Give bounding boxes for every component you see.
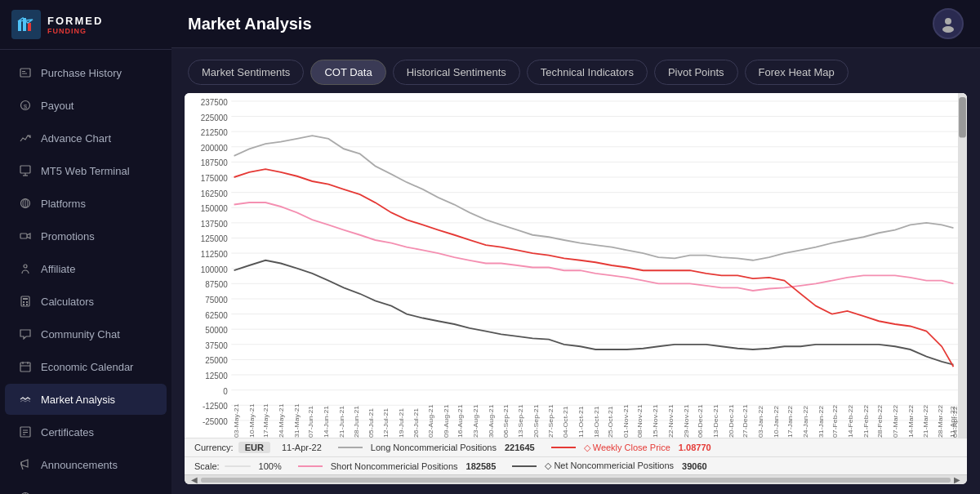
svg-text:31-May-21: 31-May-21 bbox=[293, 403, 300, 438]
scale-label: Scale: bbox=[194, 461, 220, 471]
svg-text:37500: 37500 bbox=[205, 340, 228, 350]
svg-text:24-Jan-22: 24-Jan-22 bbox=[803, 405, 809, 438]
sidebar: FORMED FUNDING Purchase History $ Payout… bbox=[0, 0, 172, 494]
currency-dropdown[interactable]: EUR bbox=[238, 442, 270, 453]
nav-label-community-chat: Community Chat bbox=[41, 328, 120, 340]
legend-net-value: 39060 bbox=[682, 461, 707, 471]
svg-text:19-Jul-21: 19-Jul-21 bbox=[398, 407, 404, 438]
nav-icon-promotions bbox=[18, 229, 33, 243]
sidebar-item-support[interactable]: Support bbox=[5, 482, 167, 494]
chart-footer-2: Scale: 100% Short Noncommericial Positio… bbox=[185, 456, 967, 474]
svg-text:-12500: -12500 bbox=[203, 401, 228, 412]
svg-text:07-Jun-21: 07-Jun-21 bbox=[308, 405, 314, 438]
scale-slider[interactable] bbox=[225, 465, 251, 467]
sidebar-nav: Purchase History $ Payout Advance Chart … bbox=[0, 50, 172, 494]
svg-text:02-Aug-21: 02-Aug-21 bbox=[427, 404, 434, 438]
svg-text:21-Jun-21: 21-Jun-21 bbox=[338, 405, 345, 438]
date-value: 11-Apr-22 bbox=[282, 443, 322, 452]
svg-text:14-Feb-22: 14-Feb-22 bbox=[848, 404, 854, 438]
svg-text:09-Aug-21: 09-Aug-21 bbox=[443, 404, 449, 438]
svg-point-43 bbox=[942, 26, 954, 33]
svg-text:14-Mar-22: 14-Mar-22 bbox=[907, 405, 914, 438]
svg-text:11-Apr-22: 11-Apr-22 bbox=[949, 406, 956, 438]
svg-text:17-May-21: 17-May-21 bbox=[263, 403, 270, 438]
scrollbar-track[interactable] bbox=[201, 478, 951, 483]
svg-text:23-Aug-21: 23-Aug-21 bbox=[472, 404, 479, 438]
svg-text:200000: 200000 bbox=[201, 142, 228, 153]
sidebar-item-promotions[interactable]: Promotions bbox=[5, 220, 167, 251]
svg-text:29-Nov-21: 29-Nov-21 bbox=[683, 404, 689, 438]
tab-market-sentiments[interactable]: Market Sentiments bbox=[188, 60, 304, 85]
logo-text: FORMED FUNDING bbox=[47, 15, 103, 35]
svg-text:62500: 62500 bbox=[205, 309, 228, 320]
sidebar-item-purchase-history[interactable]: Purchase History bbox=[5, 57, 167, 88]
nav-icon-advance-chart bbox=[18, 131, 33, 145]
logo: FORMED FUNDING bbox=[0, 0, 172, 50]
chart-container: 237500 225000 212500 200000 187500 17500… bbox=[185, 93, 967, 484]
chart-horizontal-scrollbar[interactable]: ◀ ▶ bbox=[185, 474, 967, 484]
avatar[interactable] bbox=[933, 8, 964, 39]
svg-text:15-Nov-21: 15-Nov-21 bbox=[653, 404, 659, 438]
svg-rect-44 bbox=[185, 93, 967, 438]
tab-forex-heat-map[interactable]: Forex Heat Map bbox=[745, 60, 849, 85]
svg-text:10-May-21: 10-May-21 bbox=[248, 403, 255, 438]
svg-text:75000: 75000 bbox=[205, 294, 228, 305]
svg-rect-6 bbox=[22, 73, 27, 74]
scroll-left-btn[interactable]: ◀ bbox=[188, 475, 201, 484]
nav-icon-purchase-history bbox=[18, 65, 33, 80]
tab-pivot-points[interactable]: Pivot Points bbox=[654, 60, 738, 85]
svg-text:08-Nov-21: 08-Nov-21 bbox=[637, 404, 644, 438]
svg-text:150000: 150000 bbox=[201, 203, 228, 214]
main-content: Market Analysis Market SentimentsCOT Dat… bbox=[172, 0, 980, 494]
nav-icon-certificates bbox=[18, 425, 33, 439]
svg-rect-21 bbox=[23, 304, 24, 305]
svg-text:18-Oct-21: 18-Oct-21 bbox=[593, 406, 599, 438]
sidebar-item-advance-chart[interactable]: Advance Chart bbox=[5, 122, 167, 154]
nav-icon-support bbox=[18, 490, 33, 494]
svg-text:212500: 212500 bbox=[201, 127, 228, 138]
legend-long-value: 221645 bbox=[505, 443, 535, 452]
svg-text:175000: 175000 bbox=[201, 172, 228, 183]
page-header: Market Analysis bbox=[172, 0, 980, 48]
svg-text:14-Jun-21: 14-Jun-21 bbox=[323, 405, 330, 438]
svg-text:30-Aug-21: 30-Aug-21 bbox=[488, 404, 494, 438]
sidebar-item-market-analysis[interactable]: Market Analysis bbox=[5, 384, 167, 415]
legend-weekly-value: 1.08770 bbox=[679, 443, 711, 452]
svg-text:50000: 50000 bbox=[205, 325, 228, 336]
sidebar-item-affiliate[interactable]: Affiliate bbox=[5, 253, 167, 284]
svg-text:87500: 87500 bbox=[205, 279, 228, 290]
nav-label-advance-chart: Advance Chart bbox=[41, 132, 111, 145]
scroll-right-btn[interactable]: ▶ bbox=[951, 475, 964, 484]
svg-text:162500: 162500 bbox=[201, 188, 228, 198]
sidebar-item-economic-calendar[interactable]: Economic Calendar bbox=[5, 351, 167, 382]
sidebar-item-certificates[interactable]: Certificates bbox=[5, 416, 167, 447]
legend-weekly-label: ◇ Weekly Close Price bbox=[584, 443, 670, 453]
sidebar-item-community-chat[interactable]: Community Chat bbox=[5, 318, 167, 349]
sidebar-item-mt5-web-terminal[interactable]: MT5 Web Terminal bbox=[5, 155, 167, 186]
svg-text:27-Dec-21: 27-Dec-21 bbox=[742, 404, 749, 438]
nav-label-payout: Payout bbox=[41, 100, 74, 112]
nav-icon-announcements bbox=[18, 457, 33, 472]
svg-point-42 bbox=[945, 18, 951, 24]
tab-technical-indicators[interactable]: Technical Indicators bbox=[527, 60, 648, 85]
svg-text:22-Nov-21: 22-Nov-21 bbox=[667, 404, 674, 438]
sidebar-item-announcements[interactable]: Announcements bbox=[5, 449, 167, 480]
svg-text:04-Oct-21: 04-Oct-21 bbox=[563, 406, 569, 438]
tab-cot-data[interactable]: COT Data bbox=[310, 60, 385, 85]
sidebar-item-platforms[interactable]: Platforms bbox=[5, 188, 167, 219]
svg-text:13-Sep-21: 13-Sep-21 bbox=[517, 404, 523, 438]
svg-text:21-Mar-22: 21-Mar-22 bbox=[922, 405, 929, 438]
svg-text:03-May-21: 03-May-21 bbox=[233, 403, 239, 438]
legend-long-label: Long Noncommericial Positions bbox=[371, 443, 497, 452]
sidebar-item-payout[interactable]: $ Payout bbox=[5, 90, 167, 121]
svg-marker-31 bbox=[21, 460, 28, 467]
svg-text:25000: 25000 bbox=[205, 355, 228, 366]
legend-net-label: ◇ Net Noncommericial Positions bbox=[545, 461, 674, 471]
nav-label-support: Support bbox=[41, 492, 78, 495]
svg-text:12500: 12500 bbox=[205, 370, 228, 381]
svg-rect-9 bbox=[20, 166, 30, 173]
currency-selector: Currency: EUR 11-Apr-22 bbox=[194, 442, 322, 453]
nav-label-platforms: Platforms bbox=[41, 198, 86, 210]
sidebar-item-calculators[interactable]: Calculators bbox=[5, 286, 167, 317]
tab-historical-sentiments[interactable]: Historical Sentiments bbox=[393, 60, 520, 85]
